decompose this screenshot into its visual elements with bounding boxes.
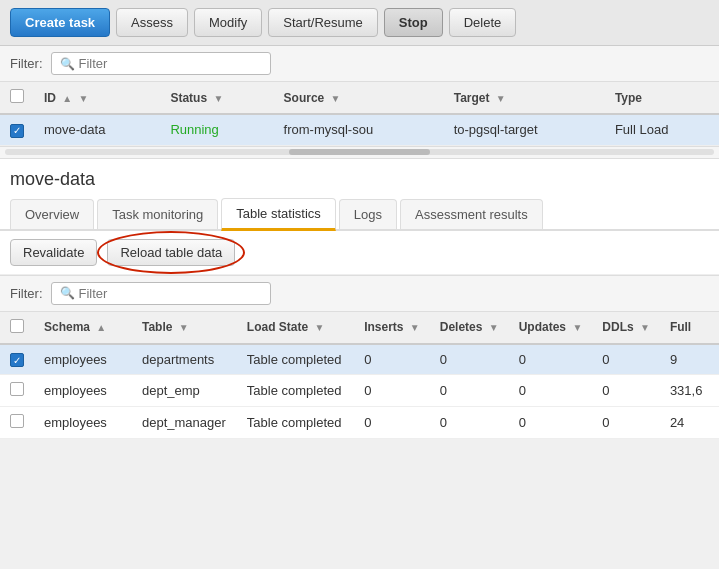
stats-table: Schema ▲ Table ▼ Load State ▼ Inserts ▼ … [0, 312, 719, 440]
row-inserts: 0 [354, 407, 430, 439]
stats-col-deletes: Deletes ▼ [430, 312, 509, 344]
tabs: Overview Task monitoring Table statistic… [0, 196, 719, 231]
tab-logs[interactable]: Logs [339, 199, 397, 229]
revalidate-button[interactable]: Revalidate [10, 239, 97, 266]
tasks-table: ID ▲ ▼ Status ▼ Source ▼ Target ▼ Type m… [0, 82, 719, 146]
search-icon: 🔍 [60, 57, 75, 71]
row-checkbox-cell [0, 407, 34, 439]
bottom-filter-input[interactable] [79, 286, 262, 301]
row-checkbox-empty[interactable] [10, 414, 24, 428]
top-filter-bar: Filter: 🔍 [0, 46, 719, 82]
table-row[interactable]: move-data Running from-mysql-sou to-pgsq… [0, 114, 719, 145]
toolbar: Create task Assess Modify Start/Resume S… [0, 0, 719, 46]
row-updates: 0 [509, 407, 593, 439]
schema-sort-icon[interactable]: ▲ [96, 322, 106, 333]
status-running-text: Running [170, 122, 218, 137]
task-status-cell: Running [160, 114, 273, 145]
row-checkbox-selected[interactable] [10, 124, 24, 138]
row-full: 331,6 [660, 375, 719, 407]
stats-col-inserts: Inserts ▼ [354, 312, 430, 344]
table-row[interactable]: employees dept_emp Table completed 0 0 0… [0, 375, 719, 407]
row-loadstate: Table completed [237, 344, 354, 375]
bottom-filter-bar: Filter: 🔍 [0, 275, 719, 312]
row-table: dept_manager [132, 407, 237, 439]
start-resume-button[interactable]: Start/Resume [268, 8, 377, 37]
row-updates: 0 [509, 375, 593, 407]
tasks-col-source: Source ▼ [274, 82, 444, 114]
tasks-col-type: Type [605, 82, 719, 114]
top-filter-label: Filter: [10, 56, 43, 71]
loadstate-sort-icon[interactable]: ▼ [315, 322, 325, 333]
row-full: 24 [660, 407, 719, 439]
stop-button[interactable]: Stop [384, 8, 443, 37]
scrollbar-thumb[interactable] [289, 149, 431, 155]
updates-sort-icon[interactable]: ▼ [572, 322, 582, 333]
row-checkbox-cell [0, 114, 34, 145]
tasks-col-status: Status ▼ [160, 82, 273, 114]
status-filter-icon[interactable]: ▼ [213, 93, 223, 104]
stats-col-loadstate: Load State ▼ [237, 312, 354, 344]
action-bar: Revalidate Reload table data [0, 231, 719, 275]
table-row[interactable]: employees departments Table completed 0 … [0, 344, 719, 375]
row-loadstate: Table completed [237, 407, 354, 439]
table-row[interactable]: employees dept_manager Table completed 0… [0, 407, 719, 439]
tasks-col-id: ID ▲ ▼ [34, 82, 160, 114]
inserts-sort-icon[interactable]: ▼ [410, 322, 420, 333]
tab-task-monitoring[interactable]: Task monitoring [97, 199, 218, 229]
bottom-filter-label: Filter: [10, 286, 43, 301]
row-deletes: 0 [430, 344, 509, 375]
table-sort-icon[interactable]: ▼ [179, 322, 189, 333]
row-updates: 0 [509, 344, 593, 375]
row-ddls: 0 [592, 407, 660, 439]
row-checkbox-cell [0, 375, 34, 407]
row-inserts: 0 [354, 375, 430, 407]
stats-col-updates: Updates ▼ [509, 312, 593, 344]
reload-table-data-button[interactable]: Reload table data [107, 239, 235, 266]
task-type-cell: Full Load [605, 114, 719, 145]
id-filter-icon[interactable]: ▼ [79, 93, 89, 104]
delete-button[interactable]: Delete [449, 8, 517, 37]
row-checkbox-selected[interactable] [10, 353, 24, 367]
scrollbar-area [0, 147, 719, 159]
row-schema: employees [34, 407, 132, 439]
tab-overview[interactable]: Overview [10, 199, 94, 229]
stats-col-schema: Schema ▲ [34, 312, 132, 344]
reload-button-wrap: Reload table data [107, 239, 235, 266]
row-checkbox-empty[interactable] [10, 382, 24, 396]
row-full: 9 [660, 344, 719, 375]
task-id-cell: move-data [34, 114, 160, 145]
assess-button[interactable]: Assess [116, 8, 188, 37]
create-task-button[interactable]: Create task [10, 8, 110, 37]
stats-header-checkbox[interactable] [10, 319, 24, 333]
tasks-table-section: ID ▲ ▼ Status ▼ Source ▼ Target ▼ Type m… [0, 82, 719, 147]
task-target-cell: to-pgsql-target [444, 114, 605, 145]
tab-table-statistics[interactable]: Table statistics [221, 198, 336, 231]
stats-table-section: Schema ▲ Table ▼ Load State ▼ Inserts ▼ … [0, 312, 719, 440]
stats-col-table: Table ▼ [132, 312, 237, 344]
row-schema: employees [34, 344, 132, 375]
row-checkbox-cell [0, 344, 34, 375]
top-filter-input[interactable] [79, 56, 262, 71]
search-icon-bottom: 🔍 [60, 286, 75, 300]
row-ddls: 0 [592, 375, 660, 407]
section-title: move-data [0, 159, 719, 196]
deletes-sort-icon[interactable]: ▼ [489, 322, 499, 333]
target-filter-icon[interactable]: ▼ [496, 93, 506, 104]
stats-col-checkbox [0, 312, 34, 344]
row-inserts: 0 [354, 344, 430, 375]
row-table: departments [132, 344, 237, 375]
stats-col-ddls: DDLs ▼ [592, 312, 660, 344]
scrollbar-track[interactable] [5, 149, 714, 155]
header-checkbox[interactable] [10, 89, 24, 103]
row-schema: employees [34, 375, 132, 407]
ddls-sort-icon[interactable]: ▼ [640, 322, 650, 333]
tasks-col-target: Target ▼ [444, 82, 605, 114]
modify-button[interactable]: Modify [194, 8, 262, 37]
stats-col-full: Full [660, 312, 719, 344]
task-source-cell: from-mysql-sou [274, 114, 444, 145]
row-deletes: 0 [430, 407, 509, 439]
row-ddls: 0 [592, 344, 660, 375]
top-filter-input-wrap: 🔍 [51, 52, 271, 75]
tab-assessment-results[interactable]: Assessment results [400, 199, 543, 229]
source-filter-icon[interactable]: ▼ [331, 93, 341, 104]
